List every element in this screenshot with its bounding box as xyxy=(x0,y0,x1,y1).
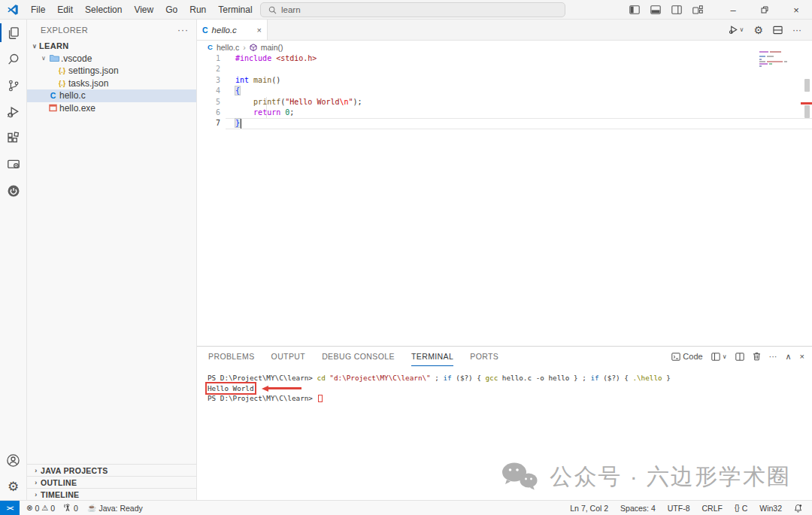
explorer-more-actions-icon[interactable]: ··· xyxy=(177,25,189,35)
minimize-button[interactable]: – xyxy=(717,0,749,20)
menu-selection[interactable]: Selection xyxy=(79,2,128,17)
menu-edit[interactable]: Edit xyxy=(51,2,79,17)
eol-status[interactable]: CRLF xyxy=(698,504,726,513)
split-editor-icon[interactable] xyxy=(773,26,783,35)
terminal-cursor xyxy=(318,395,323,403)
maximize-panel-icon[interactable]: ∧ xyxy=(786,352,792,362)
search-box[interactable]: learn xyxy=(260,2,565,17)
scrollbar-decoration[interactable] xyxy=(804,79,810,92)
close-panel-icon[interactable]: × xyxy=(800,352,804,361)
more-actions-icon[interactable]: ··· xyxy=(792,25,801,35)
code-line-1[interactable]: #include <stdio.h> xyxy=(226,53,812,64)
panel-tab-problems[interactable]: PROBLEMS xyxy=(208,347,255,366)
exe-window-icon xyxy=(49,104,57,112)
root-folder-label: LEARN xyxy=(39,41,68,50)
menu-terminal[interactable]: Terminal xyxy=(212,2,258,17)
restore-button[interactable] xyxy=(749,0,780,20)
split-terminal-icon[interactable] xyxy=(735,353,744,361)
customize-layout-icon[interactable] xyxy=(692,5,703,14)
new-terminal-button[interactable]: ∨ xyxy=(711,353,727,361)
source-control-icon[interactable] xyxy=(0,72,26,98)
problems-status[interactable]: ⊗ 0 ⚠ 0 xyxy=(23,504,59,513)
run-or-debug-button[interactable]: ∨ xyxy=(729,25,744,35)
radio-tower-icon xyxy=(64,504,71,512)
code-line-5[interactable]: printf("Hello World\n"); xyxy=(226,97,812,108)
file-settings-json[interactable]: {.}settings.json xyxy=(27,65,196,77)
encoding-status[interactable]: UTF-8 xyxy=(664,504,694,513)
run-and-debug-icon[interactable] xyxy=(0,98,26,125)
explorer-icon[interactable] xyxy=(0,20,26,46)
cursor-position-status[interactable]: Ln 7, Col 2 xyxy=(566,504,612,513)
search-view-icon[interactable] xyxy=(0,46,26,72)
vscode-window: FileEditSelectionViewGoRunTerminalHelp ←… xyxy=(0,0,812,515)
menu-bar: FileEditSelectionViewGoRunTerminalHelp xyxy=(25,2,289,17)
terminal-profile-button[interactable]: Code xyxy=(671,352,702,361)
indentation-status[interactable]: Spaces: 4 xyxy=(617,504,659,513)
java-status[interactable]: ☕ Java: Ready xyxy=(83,504,147,513)
activity-bar-spacer xyxy=(0,204,26,447)
symbol-method-icon xyxy=(250,44,257,51)
terminal-profile-label: Code xyxy=(683,352,702,361)
kill-terminal-trash-icon[interactable] xyxy=(753,352,761,361)
editor-settings-gear-icon[interactable]: ⚙ xyxy=(753,25,763,35)
breadcrumb-symbol[interactable]: main() xyxy=(261,43,283,52)
file-tree: ∨.vscode{.}settings.json{.}tasks.jsonChe… xyxy=(27,53,196,115)
section-outline[interactable]: ›OUTLINE xyxy=(27,476,196,488)
tab-close-icon[interactable]: × xyxy=(257,26,262,35)
panel-tab-output[interactable]: OUTPUT xyxy=(271,347,306,366)
code-line-6[interactable]: return 0; xyxy=(226,108,812,118)
c-file-icon: C xyxy=(208,43,213,51)
spring-boot-dashboard-icon[interactable] xyxy=(0,177,26,204)
file-hello-exe[interactable]: hello.exe xyxy=(27,102,196,115)
folder-root[interactable]: ∨ LEARN xyxy=(27,40,196,53)
panel-toolbar: Code ∨ ··· ∧ × xyxy=(671,352,804,362)
panel-header: PROBLEMSOUTPUTDEBUG CONSOLETERMINALPORTS… xyxy=(197,347,812,366)
extensions-icon[interactable] xyxy=(0,125,26,151)
code-line-4[interactable]: { xyxy=(226,86,812,96)
panel-more-actions-icon[interactable]: ··· xyxy=(769,352,777,361)
menu-view[interactable]: View xyxy=(128,2,159,17)
accounts-icon[interactable] xyxy=(0,447,26,474)
section-timeline[interactable]: ›TIMELINE xyxy=(27,488,196,500)
panel-tab-debug-console[interactable]: DEBUG CONSOLE xyxy=(322,347,395,366)
json-icon: {.} xyxy=(59,80,65,87)
code-line-2[interactable] xyxy=(226,64,812,74)
file--vscode[interactable]: ∨.vscode xyxy=(27,53,196,65)
toggle-panel-icon[interactable] xyxy=(650,5,661,14)
terminal-output[interactable]: PS D:\Project\MY\C\learn> cd "d:\Project… xyxy=(197,366,812,404)
tab-hello-c[interactable]: C hello.c × xyxy=(197,20,268,40)
menu-go[interactable]: Go xyxy=(159,2,183,17)
overview-ruler-red-marker xyxy=(801,102,812,105)
minimap[interactable] xyxy=(759,51,794,68)
breadcrumb-file[interactable]: hello.c xyxy=(217,43,239,52)
toggle-sidebar-icon[interactable] xyxy=(629,5,640,14)
file-label: hello.c xyxy=(59,90,86,101)
remote-indicator[interactable]: >< xyxy=(0,501,20,515)
toggle-secondary-sidebar-icon[interactable] xyxy=(671,5,682,14)
panel-tab-terminal[interactable]: TERMINAL xyxy=(411,347,453,366)
search-value: learn xyxy=(281,5,301,14)
code-editor[interactable]: 1234567 #include <stdio.h>int main(){ pr… xyxy=(197,53,812,129)
language-status[interactable]: {} C xyxy=(731,504,751,513)
section-java-projects[interactable]: ›JAVA PROJECTS xyxy=(27,464,196,476)
file-label: .vscode xyxy=(61,53,92,64)
activity-bar: ⚙ xyxy=(0,20,27,500)
code-line-3[interactable]: int main() xyxy=(226,75,812,86)
menu-file[interactable]: File xyxy=(25,2,51,17)
file-tasks-json[interactable]: {.}tasks.json xyxy=(27,77,196,90)
settings-gear-icon[interactable]: ⚙ xyxy=(0,474,26,500)
panel-tab-ports[interactable]: PORTS xyxy=(470,347,498,366)
close-window-button[interactable]: × xyxy=(780,0,812,20)
line-numbers-gutter: 1234567 xyxy=(197,53,226,129)
menu-run[interactable]: Run xyxy=(183,2,212,17)
title-bar: FileEditSelectionViewGoRunTerminalHelp ←… xyxy=(0,0,812,20)
scrollbar-decoration[interactable] xyxy=(804,105,810,118)
notifications-bell-icon[interactable] xyxy=(790,504,806,513)
platform-status[interactable]: Win32 xyxy=(756,504,786,513)
file-hello-c[interactable]: Chello.c xyxy=(27,89,196,102)
breadcrumb[interactable]: C hello.c › main() xyxy=(197,41,812,53)
code-line-7[interactable]: } xyxy=(226,118,812,129)
ports-status[interactable]: 0 xyxy=(60,504,82,513)
vscode-logo-icon xyxy=(7,4,19,16)
remote-explorer-icon[interactable] xyxy=(0,151,26,177)
